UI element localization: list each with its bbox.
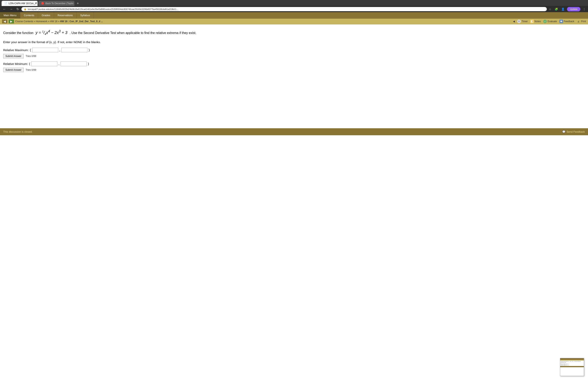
relative-maximum-row: Relative Maximum: ( , ) bbox=[3, 48, 585, 52]
nav-syllabus[interactable]: Syllabus bbox=[77, 12, 94, 18]
submit-answer-max-button[interactable]: Submit Answer bbox=[3, 54, 24, 58]
tab-music[interactable]: 🔴 Back To December (Taylor... 🔇 ✕ bbox=[38, 1, 74, 6]
close-paren-max: ) bbox=[89, 48, 90, 52]
evaluate-label: Evaluate bbox=[547, 20, 557, 23]
prev-arrow[interactable]: ◀ bbox=[2, 19, 7, 23]
reload-button[interactable]: ↻ bbox=[15, 7, 20, 11]
url-text: loncapa07.purdue.edu/enc/118/d0c6029d24b… bbox=[28, 8, 178, 10]
tries-max: Tries 0/99 bbox=[26, 55, 36, 57]
notes-label: Notes bbox=[535, 20, 541, 23]
relative-minimum-x-input[interactable] bbox=[31, 61, 57, 66]
problem-format-note: Enter your answer in the format of (x, y… bbox=[3, 40, 585, 44]
tab-label-2: Back To December (Taylor... bbox=[45, 2, 74, 5]
prev-problem-tool[interactable]: ◀ bbox=[513, 20, 515, 23]
evaluate-icon: ✓ bbox=[543, 19, 547, 23]
timer-icon: ⏱ bbox=[517, 19, 521, 23]
send-feedback-button[interactable]: 💬 Send Feedback bbox=[562, 130, 585, 133]
update-button[interactable]: Update bbox=[567, 7, 580, 11]
open-paren-max: ( bbox=[30, 48, 31, 52]
print-label: Print bbox=[581, 20, 586, 23]
tab-bar: 📄 LON-CAPA HW 18:Con_IP_2n ✕ 🔴 Back To D… bbox=[0, 0, 588, 6]
relative-maximum-label: Relative Maximum: bbox=[3, 48, 29, 52]
breadcrumb-tools: ◀ ⏱ Timer 📝 Notes ✓ Evaluate 💬 Feedback … bbox=[513, 19, 586, 23]
lock-icon: 🔒 bbox=[24, 8, 27, 10]
address-bar: ← → ↻ 🔒 loncapa07.purdue.edu/enc/118/d0c… bbox=[0, 6, 588, 12]
print-tool[interactable]: 🖨 Print bbox=[577, 19, 586, 23]
breadcrumb-homework[interactable]: Homework bbox=[36, 20, 47, 23]
relative-minimum-row: Relative Minimum: ( , ) bbox=[3, 61, 585, 66]
content-area: Consider the function y = 1/4x4 − 2x3 + … bbox=[0, 24, 588, 124]
tries-min: Tries 0/99 bbox=[26, 69, 36, 71]
back-button[interactable]: ← bbox=[1, 7, 7, 11]
comma-max: , bbox=[59, 48, 60, 52]
breadcrumb-current: HW 18 : Con_IP_2nd_Der_Test_9_d ... bbox=[60, 20, 103, 23]
profile-icon[interactable]: 👤 bbox=[560, 7, 566, 11]
menu-icon[interactable]: ⋮ bbox=[582, 7, 587, 11]
bookmark-icon[interactable]: ☆ bbox=[548, 7, 552, 11]
math-formula: y = 1/4x4 − 2x3 + 3 bbox=[36, 30, 69, 35]
tab-favicon: 📄 bbox=[4, 2, 7, 5]
problem-instruction: . Use the Second Derivative Test when ap… bbox=[70, 31, 196, 35]
print-icon: 🖨 bbox=[577, 19, 580, 23]
footer-bar: This discussion is closed. 💬 Send Feedba… bbox=[0, 128, 588, 135]
nav-grades[interactable]: Grades bbox=[38, 12, 54, 18]
submit-row-min: Submit Answer Tries 0/99 bbox=[3, 68, 585, 72]
open-paren-min: ( bbox=[29, 62, 30, 66]
relative-minimum-y-input[interactable] bbox=[61, 61, 87, 66]
tab-loncapa[interactable]: 📄 LON-CAPA HW 18:Con_IP_2n ✕ bbox=[1, 1, 38, 6]
feedback-icon: 💬 bbox=[559, 19, 563, 23]
nav-reservations[interactable]: Reservations bbox=[54, 12, 77, 18]
timer-tool[interactable]: ⏱ Timer bbox=[517, 19, 528, 23]
comma-min: , bbox=[59, 62, 59, 66]
close-paren-min: ) bbox=[88, 62, 89, 66]
submit-answer-min-button[interactable]: Submit Answer bbox=[3, 68, 24, 72]
address-actions: ☆ 🧩 👤 Update ⋮ bbox=[548, 7, 587, 11]
send-feedback-icon: 💬 bbox=[562, 130, 566, 133]
breadcrumb-bar: ◀ ▶ Course Contents » Homework » HW 18 »… bbox=[0, 19, 588, 24]
next-arrow[interactable]: ▶ bbox=[9, 19, 14, 23]
notes-icon: 📝 bbox=[530, 19, 534, 23]
url-box[interactable]: 🔒 loncapa07.purdue.edu/enc/118/d0c6029d2… bbox=[21, 7, 547, 11]
problem-description: Consider the function bbox=[3, 31, 33, 35]
main-nav: Main Menu Contents Grades Reservations S… bbox=[0, 12, 588, 19]
forward-button[interactable]: → bbox=[8, 7, 14, 11]
relative-maximum-y-input[interactable] bbox=[62, 48, 87, 52]
extension-icon[interactable]: 🧩 bbox=[554, 7, 559, 11]
relative-maximum-x-input[interactable] bbox=[32, 48, 58, 52]
breadcrumb-hw18[interactable]: HW 18 bbox=[50, 20, 57, 23]
send-feedback-label: Send Feedback bbox=[567, 130, 585, 133]
notes-tool[interactable]: 📝 Notes bbox=[530, 19, 541, 23]
breadcrumb: Course Contents » Homework » HW 18 » HW … bbox=[15, 20, 103, 23]
new-tab-button[interactable]: + bbox=[75, 1, 81, 6]
problem-text: Consider the function y = 1/4x4 − 2x3 + … bbox=[3, 28, 585, 36]
breadcrumb-course[interactable]: Course Contents bbox=[15, 20, 33, 23]
tab-favicon-2: 🔴 bbox=[41, 2, 44, 5]
breadcrumb-left: ◀ ▶ Course Contents » Homework » HW 18 »… bbox=[2, 19, 103, 23]
submit-row-max: Submit Answer Tries 0/99 bbox=[3, 54, 585, 58]
nav-main-menu[interactable]: Main Menu bbox=[0, 12, 20, 18]
feedback-tool[interactable]: 💬 Feedback bbox=[559, 19, 574, 23]
evaluate-tool[interactable]: ✓ Evaluate bbox=[543, 19, 557, 23]
discussion-closed-text: This discussion is closed. bbox=[3, 130, 33, 133]
feedback-label: Feedback bbox=[564, 20, 574, 23]
tab-label: LON-CAPA HW 18:Con_IP_2n bbox=[9, 2, 38, 5]
timer-label: Timer bbox=[522, 20, 528, 23]
nav-contents[interactable]: Contents bbox=[20, 12, 38, 18]
relative-minimum-label: Relative Minimum: bbox=[3, 62, 28, 66]
